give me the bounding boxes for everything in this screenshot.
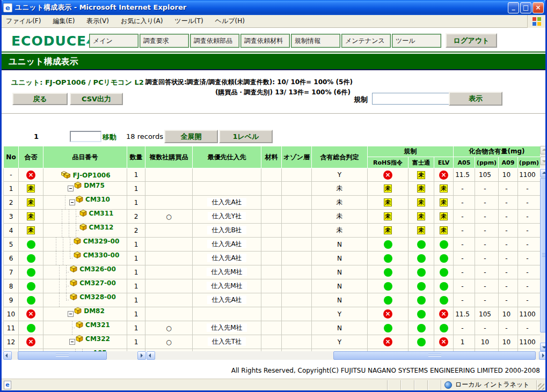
- supplier-cell: 仕入先Y社: [193, 210, 261, 224]
- tree-line: [56, 279, 63, 293]
- supplier-cell: 仕入先A社: [193, 252, 261, 265]
- part-cube-icon: [79, 210, 87, 217]
- fujitsu-cell: 未: [409, 168, 434, 182]
- pending-icon: 未: [27, 184, 35, 193]
- part-cube-icon: [70, 293, 77, 300]
- item-code-link[interactable]: CM329-00: [83, 238, 119, 245]
- elv-cell: [434, 279, 454, 293]
- supplier-cell: [193, 168, 261, 182]
- fujitsu-cell: [409, 307, 434, 321]
- item-code-link[interactable]: CM321: [85, 321, 110, 329]
- tree-expander[interactable]: [69, 196, 76, 209]
- tree-expander[interactable]: [67, 307, 74, 321]
- ok-icon: [384, 324, 392, 332]
- menu-item-file[interactable]: ファイル(F): [6, 17, 41, 26]
- right-horizontal-scrollbar[interactable]: [147, 351, 547, 360]
- tab-survey-materials[interactable]: 調査依頼材料: [240, 34, 290, 48]
- a05-ppm-cell: -: [475, 321, 499, 335]
- status-bar: e ローカル イントラネット: [2, 379, 545, 390]
- item-code-link[interactable]: FJ-OP1006: [72, 172, 110, 179]
- tree-expander[interactable]: [67, 182, 74, 195]
- pass-fail-cell: [19, 321, 43, 335]
- close-button[interactable]: ×: [533, 2, 544, 13]
- resize-grip[interactable]: [538, 383, 544, 390]
- pass-fail-cell: [19, 279, 43, 293]
- tab-main[interactable]: メイン: [89, 34, 138, 48]
- a05-value-cell: -: [454, 238, 475, 252]
- rohs-cell: 未: [368, 182, 409, 196]
- menu-item-favorites[interactable]: お気に入り(A): [121, 17, 163, 26]
- tab-tools[interactable]: ツール: [392, 34, 441, 48]
- scroll-right-button-2[interactable]: [539, 351, 547, 360]
- ozone-cell: [282, 307, 312, 321]
- multi-vendor-cell: ○: [145, 321, 193, 335]
- tab-survey-parts[interactable]: 調査依頼部品: [190, 34, 239, 48]
- scroll-right-button[interactable]: [137, 351, 146, 360]
- minimize-button[interactable]: _: [508, 2, 519, 13]
- tree-expander[interactable]: [69, 335, 76, 349]
- item-code-link[interactable]: DM82: [84, 307, 105, 315]
- supplier-cell: [193, 182, 261, 196]
- item-code-link[interactable]: CM311: [89, 210, 114, 217]
- horizontal-separator: [2, 113, 545, 114]
- tab-regulation-info[interactable]: 規制情報: [291, 34, 340, 48]
- vertical-scrollbar[interactable]: [540, 169, 547, 351]
- menu-item-view[interactable]: 表示(V): [86, 17, 109, 26]
- rohs-cell: ×: [368, 335, 409, 349]
- vertical-scroll-thumb[interactable]: [540, 178, 547, 332]
- quantity-cell: 1: [127, 182, 145, 196]
- move-link[interactable]: 移動: [103, 132, 116, 142]
- item-code-link[interactable]: CM326-00: [79, 265, 115, 273]
- item-code-link[interactable]: CM310: [85, 196, 110, 203]
- tab-maintenance[interactable]: メンテナンス: [341, 34, 391, 48]
- scroll-up-button[interactable]: [540, 169, 547, 177]
- menu-item-tools[interactable]: ツール(T): [174, 17, 203, 26]
- fujitsu-cell: [409, 293, 434, 307]
- fujitsu-cell: [409, 252, 434, 265]
- menu-item-help[interactable]: ヘルプ(H): [215, 17, 245, 26]
- move-page-input[interactable]: [70, 131, 101, 142]
- col-header-a09-ppm: (ppm): [518, 157, 541, 168]
- row-number: 8: [4, 279, 19, 293]
- tree-branch: [63, 279, 70, 293]
- menu-item-edit[interactable]: 編集(E): [53, 17, 75, 26]
- scroll-left-button-2[interactable]: [147, 351, 155, 360]
- logout-button[interactable]: ログアウト: [446, 33, 497, 48]
- window-titlebar: e ユニット構成表示 - Microsoft Internet Explorer…: [0, 0, 547, 15]
- item-number-cell: CM310: [43, 196, 127, 210]
- ok-icon: [384, 282, 392, 291]
- judgment-cell: 未: [312, 196, 368, 210]
- scroll-down-button[interactable]: [540, 343, 547, 351]
- judgment-cell: N: [312, 321, 368, 335]
- regulation-select[interactable]: [372, 93, 461, 105]
- one-level-button[interactable]: 1レベル: [219, 130, 273, 143]
- unit-boxes-icon: [61, 171, 70, 179]
- a09-value-cell: -: [499, 210, 518, 224]
- item-code-link[interactable]: CM327-00: [79, 279, 115, 287]
- a09-value-cell: -: [499, 238, 518, 252]
- maximize-button[interactable]: □: [520, 2, 531, 13]
- back-button[interactable]: 戻る: [12, 93, 68, 105]
- csv-export-button[interactable]: CSV出力: [70, 93, 123, 105]
- item-code-link[interactable]: CM322: [85, 335, 110, 343]
- item-code-link[interactable]: DM75: [84, 182, 105, 189]
- tree-branch: [69, 321, 76, 335]
- right-horizontal-scroll-thumb[interactable]: [333, 351, 536, 360]
- item-code-link[interactable]: CM330-00: [83, 252, 119, 259]
- a09-ppm-cell: -: [518, 182, 541, 196]
- item-code-link[interactable]: CM328-00: [79, 293, 115, 301]
- intranet-zone-icon: [444, 381, 452, 389]
- item-code-link[interactable]: CM312: [89, 224, 114, 231]
- show-button[interactable]: 表示: [449, 92, 502, 106]
- ng-icon: ×: [383, 309, 392, 319]
- scroll-left-button[interactable]: [3, 351, 12, 360]
- left-horizontal-scroll-thumb[interactable]: [18, 351, 107, 360]
- left-horizontal-scrollbar[interactable]: [3, 351, 146, 360]
- expand-all-button[interactable]: 全展開: [164, 130, 218, 143]
- part-cube-icon: [74, 252, 81, 258]
- a05-ppm-cell: -: [475, 293, 499, 307]
- tab-survey-request[interactable]: 調査要求: [140, 34, 189, 48]
- elv-cell: [434, 265, 454, 279]
- judgment-cell: N: [312, 252, 368, 265]
- supplier-cell: 仕入先M社: [193, 265, 261, 279]
